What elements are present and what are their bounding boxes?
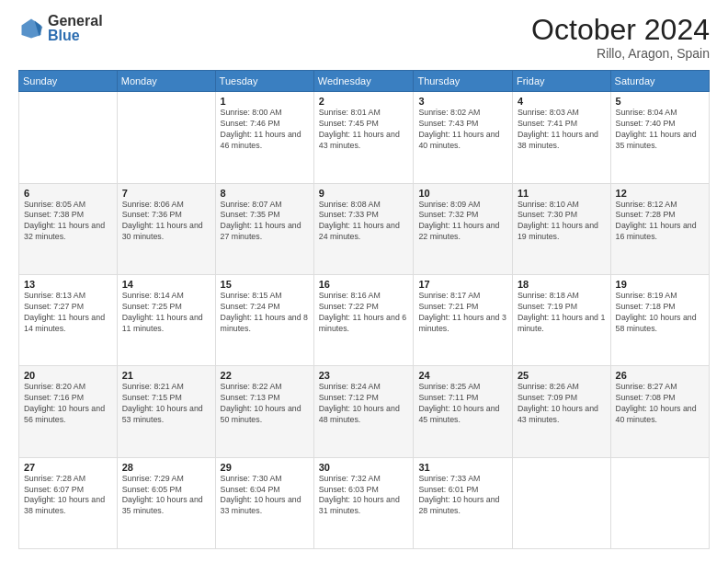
calendar-cell: [610, 457, 709, 548]
day-number: 25: [518, 370, 606, 381]
day-info: Sunrise: 7:33 AM Sunset: 6:01 PM Dayligh…: [418, 474, 507, 518]
calendar-week-row: 6Sunrise: 8:05 AM Sunset: 7:38 PM Daylig…: [19, 183, 710, 274]
logo-text: General Blue: [48, 14, 103, 43]
day-info: Sunrise: 8:18 AM Sunset: 7:19 PM Dayligh…: [518, 291, 606, 335]
calendar-week-row: 13Sunrise: 8:13 AM Sunset: 7:27 PM Dayli…: [19, 274, 710, 365]
calendar-cell: 7Sunrise: 8:06 AM Sunset: 7:36 PM Daylig…: [117, 183, 215, 274]
calendar-cell: 29Sunrise: 7:30 AM Sunset: 6:04 PM Dayli…: [215, 457, 313, 548]
calendar-cell: 13Sunrise: 8:13 AM Sunset: 7:27 PM Dayli…: [19, 274, 118, 365]
calendar-cell: 11Sunrise: 8:10 AM Sunset: 7:30 PM Dayli…: [512, 183, 610, 274]
day-info: Sunrise: 8:16 AM Sunset: 7:22 PM Dayligh…: [319, 291, 409, 335]
calendar-cell: 1Sunrise: 8:00 AM Sunset: 7:46 PM Daylig…: [215, 92, 313, 183]
day-number: 5: [616, 96, 704, 107]
calendar-cell: 15Sunrise: 8:15 AM Sunset: 7:24 PM Dayli…: [215, 274, 313, 365]
day-number: 9: [319, 188, 409, 199]
day-number: 19: [616, 279, 704, 290]
day-number: 2: [319, 96, 409, 107]
day-info: Sunrise: 8:15 AM Sunset: 7:24 PM Dayligh…: [221, 291, 309, 335]
calendar-cell: [512, 457, 610, 548]
day-info: Sunrise: 7:32 AM Sunset: 6:03 PM Dayligh…: [319, 474, 409, 518]
day-info: Sunrise: 8:07 AM Sunset: 7:35 PM Dayligh…: [221, 200, 309, 244]
day-number: 23: [319, 370, 409, 381]
day-number: 3: [418, 96, 507, 107]
day-number: 27: [24, 462, 112, 473]
day-number: 10: [418, 188, 507, 199]
day-info: Sunrise: 8:06 AM Sunset: 7:36 PM Dayligh…: [122, 200, 210, 244]
calendar-cell: 17Sunrise: 8:17 AM Sunset: 7:21 PM Dayli…: [414, 274, 513, 365]
logo: General Blue: [18, 14, 103, 43]
calendar-cell: 25Sunrise: 8:26 AM Sunset: 7:09 PM Dayli…: [512, 366, 610, 457]
day-number: 12: [616, 188, 704, 199]
day-info: Sunrise: 8:02 AM Sunset: 7:43 PM Dayligh…: [418, 108, 507, 152]
calendar-week-row: 20Sunrise: 8:20 AM Sunset: 7:16 PM Dayli…: [19, 366, 710, 457]
day-info: Sunrise: 8:13 AM Sunset: 7:27 PM Dayligh…: [24, 291, 112, 335]
day-number: 6: [24, 188, 112, 199]
calendar-cell: 10Sunrise: 8:09 AM Sunset: 7:32 PM Dayli…: [414, 183, 513, 274]
calendar-cell: 23Sunrise: 8:24 AM Sunset: 7:12 PM Dayli…: [313, 366, 414, 457]
day-info: Sunrise: 8:10 AM Sunset: 7:30 PM Dayligh…: [518, 200, 606, 244]
day-number: 30: [319, 462, 409, 473]
day-number: 21: [122, 370, 210, 381]
calendar-cell: 8Sunrise: 8:07 AM Sunset: 7:35 PM Daylig…: [215, 183, 313, 274]
location: Rillo, Aragon, Spain: [531, 46, 710, 61]
calendar-cell: 12Sunrise: 8:12 AM Sunset: 7:28 PM Dayli…: [610, 183, 709, 274]
day-info: Sunrise: 8:24 AM Sunset: 7:12 PM Dayligh…: [319, 382, 409, 426]
calendar-cell: 24Sunrise: 8:25 AM Sunset: 7:11 PM Dayli…: [414, 366, 513, 457]
calendar-cell: 3Sunrise: 8:02 AM Sunset: 7:43 PM Daylig…: [414, 92, 513, 183]
calendar-cell: [19, 92, 118, 183]
calendar-cell: 28Sunrise: 7:29 AM Sunset: 6:05 PM Dayli…: [117, 457, 215, 548]
calendar-cell: 9Sunrise: 8:08 AM Sunset: 7:33 PM Daylig…: [313, 183, 414, 274]
day-of-week-header: Thursday: [414, 71, 513, 92]
day-info: Sunrise: 8:21 AM Sunset: 7:15 PM Dayligh…: [122, 382, 210, 426]
calendar-cell: 2Sunrise: 8:01 AM Sunset: 7:45 PM Daylig…: [313, 92, 414, 183]
calendar-cell: 18Sunrise: 8:18 AM Sunset: 7:19 PM Dayli…: [512, 274, 610, 365]
day-number: 28: [122, 462, 210, 473]
day-number: 17: [418, 279, 507, 290]
calendar-cell: 4Sunrise: 8:03 AM Sunset: 7:41 PM Daylig…: [512, 92, 610, 183]
day-number: 16: [319, 279, 409, 290]
day-info: Sunrise: 8:08 AM Sunset: 7:33 PM Dayligh…: [319, 200, 409, 244]
logo-blue-text: Blue: [48, 29, 103, 43]
day-number: 22: [221, 370, 309, 381]
header-row: SundayMondayTuesdayWednesdayThursdayFrid…: [19, 71, 710, 92]
day-number: 4: [518, 96, 606, 107]
day-info: Sunrise: 8:14 AM Sunset: 7:25 PM Dayligh…: [122, 291, 210, 335]
day-info: Sunrise: 8:22 AM Sunset: 7:13 PM Dayligh…: [221, 382, 309, 426]
day-number: 29: [221, 462, 309, 473]
day-of-week-header: Wednesday: [313, 71, 414, 92]
day-of-week-header: Sunday: [19, 71, 118, 92]
day-number: 13: [24, 279, 112, 290]
calendar-week-row: 27Sunrise: 7:28 AM Sunset: 6:07 PM Dayli…: [19, 457, 710, 548]
day-info: Sunrise: 8:03 AM Sunset: 7:41 PM Dayligh…: [518, 108, 606, 152]
page: General Blue October 2024 Rillo, Aragon,…: [0, 0, 728, 563]
day-number: 7: [122, 188, 210, 199]
logo-general-text: General: [48, 14, 103, 29]
calendar-cell: 26Sunrise: 8:27 AM Sunset: 7:08 PM Dayli…: [610, 366, 709, 457]
day-info: Sunrise: 7:29 AM Sunset: 6:05 PM Dayligh…: [122, 474, 210, 518]
day-of-week-header: Saturday: [610, 71, 709, 92]
calendar-table: SundayMondayTuesdayWednesdayThursdayFrid…: [18, 70, 710, 549]
day-info: Sunrise: 8:09 AM Sunset: 7:32 PM Dayligh…: [418, 200, 507, 244]
day-info: Sunrise: 8:12 AM Sunset: 7:28 PM Dayligh…: [616, 200, 704, 244]
calendar-cell: 21Sunrise: 8:21 AM Sunset: 7:15 PM Dayli…: [117, 366, 215, 457]
day-number: 11: [518, 188, 606, 199]
day-info: Sunrise: 8:26 AM Sunset: 7:09 PM Dayligh…: [518, 382, 606, 426]
day-info: Sunrise: 8:00 AM Sunset: 7:46 PM Dayligh…: [221, 108, 309, 152]
calendar-cell: [117, 92, 215, 183]
day-number: 18: [518, 279, 606, 290]
calendar-body: 1Sunrise: 8:00 AM Sunset: 7:46 PM Daylig…: [19, 92, 710, 549]
calendar-cell: 14Sunrise: 8:14 AM Sunset: 7:25 PM Dayli…: [117, 274, 215, 365]
day-info: Sunrise: 8:05 AM Sunset: 7:38 PM Dayligh…: [24, 200, 112, 244]
day-info: Sunrise: 8:25 AM Sunset: 7:11 PM Dayligh…: [418, 382, 507, 426]
day-info: Sunrise: 8:01 AM Sunset: 7:45 PM Dayligh…: [319, 108, 409, 152]
day-number: 31: [418, 462, 507, 473]
day-info: Sunrise: 8:20 AM Sunset: 7:16 PM Dayligh…: [24, 382, 112, 426]
day-of-week-header: Monday: [117, 71, 215, 92]
header: General Blue October 2024 Rillo, Aragon,…: [18, 14, 710, 61]
day-info: Sunrise: 8:27 AM Sunset: 7:08 PM Dayligh…: [616, 382, 704, 426]
logo-icon: [18, 16, 44, 41]
calendar-cell: 19Sunrise: 8:19 AM Sunset: 7:18 PM Dayli…: [610, 274, 709, 365]
day-number: 24: [418, 370, 507, 381]
day-number: 20: [24, 370, 112, 381]
month-title: October 2024: [531, 14, 710, 46]
